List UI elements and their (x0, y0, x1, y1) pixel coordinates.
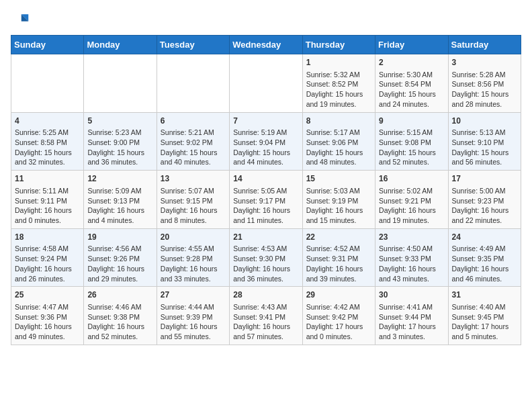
day-number: 29 (306, 289, 371, 301)
weekday-header-wednesday: Wednesday (230, 36, 302, 54)
day-info: Sunrise: 5:09 AM Sunset: 9:13 PM Dayligh… (87, 186, 152, 226)
day-number: 13 (161, 173, 226, 185)
day-number: 2 (379, 57, 444, 68)
weekday-header-saturday: Saturday (448, 36, 521, 54)
calendar-cell: 22Sunrise: 4:52 AM Sunset: 9:31 PM Dayli… (302, 228, 375, 287)
calendar-cell: 25Sunrise: 4:47 AM Sunset: 9:36 PM Dayli… (11, 287, 84, 345)
calendar-cell: 20Sunrise: 4:55 AM Sunset: 9:28 PM Dayli… (157, 228, 229, 287)
day-number: 14 (233, 173, 298, 185)
day-info: Sunrise: 4:44 AM Sunset: 9:39 PM Dayligh… (161, 302, 226, 342)
day-info: Sunrise: 5:23 AM Sunset: 9:00 PM Dayligh… (87, 128, 152, 167)
day-info: Sunrise: 5:30 AM Sunset: 8:54 PM Dayligh… (379, 70, 444, 109)
weekday-header-friday: Friday (375, 36, 448, 54)
calendar-cell: 27Sunrise: 4:44 AM Sunset: 9:39 PM Dayli… (157, 287, 229, 345)
day-number: 27 (161, 289, 226, 301)
day-info: Sunrise: 5:13 AM Sunset: 9:10 PM Dayligh… (452, 128, 517, 167)
calendar-cell (84, 54, 157, 113)
weekday-header-sunday: Sunday (11, 36, 84, 54)
day-number: 30 (379, 289, 444, 301)
calendar-cell: 19Sunrise: 4:56 AM Sunset: 9:26 PM Dayli… (84, 228, 157, 287)
calendar-cell (157, 54, 229, 113)
day-number: 18 (15, 232, 80, 243)
logo (11, 11, 32, 30)
calendar-cell: 9Sunrise: 5:15 AM Sunset: 9:08 PM Daylig… (375, 112, 448, 171)
day-info: Sunrise: 5:02 AM Sunset: 9:21 PM Dayligh… (379, 186, 444, 226)
calendar-cell: 26Sunrise: 4:46 AM Sunset: 9:38 PM Dayli… (84, 287, 157, 345)
logo-icon (11, 11, 30, 30)
day-number: 9 (379, 116, 444, 127)
header (11, 11, 521, 30)
week-row-4: 18Sunrise: 4:58 AM Sunset: 9:24 PM Dayli… (11, 228, 521, 287)
calendar-cell: 12Sunrise: 5:09 AM Sunset: 9:13 PM Dayli… (84, 171, 157, 229)
day-info: Sunrise: 5:19 AM Sunset: 9:04 PM Dayligh… (233, 128, 298, 167)
calendar-table: SundayMondayTuesdayWednesdayThursdayFrid… (11, 35, 521, 345)
calendar-cell: 31Sunrise: 4:40 AM Sunset: 9:45 PM Dayli… (448, 287, 521, 345)
day-number: 24 (452, 232, 517, 243)
week-row-5: 25Sunrise: 4:47 AM Sunset: 9:36 PM Dayli… (11, 287, 521, 345)
day-number: 5 (87, 116, 152, 127)
day-number: 26 (87, 289, 152, 301)
day-number: 20 (161, 232, 226, 243)
day-number: 10 (452, 116, 517, 127)
weekday-header-tuesday: Tuesday (157, 36, 229, 54)
weekday-header-monday: Monday (84, 36, 157, 54)
day-info: Sunrise: 4:53 AM Sunset: 9:30 PM Dayligh… (233, 244, 298, 283)
day-info: Sunrise: 5:17 AM Sunset: 9:06 PM Dayligh… (306, 128, 371, 167)
calendar-cell: 11Sunrise: 5:11 AM Sunset: 9:11 PM Dayli… (11, 171, 84, 229)
calendar-cell: 4Sunrise: 5:25 AM Sunset: 8:58 PM Daylig… (11, 112, 84, 171)
day-info: Sunrise: 4:42 AM Sunset: 9:42 PM Dayligh… (306, 302, 371, 342)
day-number: 25 (15, 289, 80, 301)
day-info: Sunrise: 5:00 AM Sunset: 9:23 PM Dayligh… (452, 186, 517, 226)
calendar-cell: 5Sunrise: 5:23 AM Sunset: 9:00 PM Daylig… (84, 112, 157, 171)
day-number: 19 (87, 232, 152, 243)
calendar-cell (230, 54, 302, 113)
day-info: Sunrise: 5:11 AM Sunset: 9:11 PM Dayligh… (15, 186, 80, 226)
day-number: 16 (379, 173, 444, 185)
calendar-cell: 29Sunrise: 4:42 AM Sunset: 9:42 PM Dayli… (302, 287, 375, 345)
day-info: Sunrise: 4:52 AM Sunset: 9:31 PM Dayligh… (306, 244, 371, 283)
week-row-1: 1Sunrise: 5:32 AM Sunset: 8:52 PM Daylig… (11, 54, 521, 113)
day-number: 23 (379, 232, 444, 243)
calendar-cell: 17Sunrise: 5:00 AM Sunset: 9:23 PM Dayli… (448, 171, 521, 229)
day-info: Sunrise: 4:40 AM Sunset: 9:45 PM Dayligh… (452, 302, 517, 342)
calendar-cell: 6Sunrise: 5:21 AM Sunset: 9:02 PM Daylig… (157, 112, 229, 171)
day-info: Sunrise: 4:47 AM Sunset: 9:36 PM Dayligh… (15, 302, 80, 342)
day-number: 15 (306, 173, 371, 185)
day-number: 4 (15, 116, 80, 127)
calendar-cell: 18Sunrise: 4:58 AM Sunset: 9:24 PM Dayli… (11, 228, 84, 287)
day-info: Sunrise: 4:50 AM Sunset: 9:33 PM Dayligh… (379, 244, 444, 283)
calendar-cell: 2Sunrise: 5:30 AM Sunset: 8:54 PM Daylig… (375, 54, 448, 113)
day-info: Sunrise: 5:25 AM Sunset: 8:58 PM Dayligh… (15, 128, 80, 167)
day-info: Sunrise: 5:03 AM Sunset: 9:19 PM Dayligh… (306, 186, 371, 226)
calendar-cell: 14Sunrise: 5:05 AM Sunset: 9:17 PM Dayli… (230, 171, 302, 229)
week-row-3: 11Sunrise: 5:11 AM Sunset: 9:11 PM Dayli… (11, 171, 521, 229)
calendar-cell: 10Sunrise: 5:13 AM Sunset: 9:10 PM Dayli… (448, 112, 521, 171)
calendar-cell: 13Sunrise: 5:07 AM Sunset: 9:15 PM Dayli… (157, 171, 229, 229)
calendar-cell: 23Sunrise: 4:50 AM Sunset: 9:33 PM Dayli… (375, 228, 448, 287)
day-number: 6 (161, 116, 226, 127)
day-info: Sunrise: 4:46 AM Sunset: 9:38 PM Dayligh… (87, 302, 152, 342)
calendar-cell: 30Sunrise: 4:41 AM Sunset: 9:44 PM Dayli… (375, 287, 448, 345)
day-number: 21 (233, 232, 298, 243)
day-number: 8 (306, 116, 371, 127)
day-info: Sunrise: 4:55 AM Sunset: 9:28 PM Dayligh… (161, 244, 226, 283)
calendar-cell (11, 54, 84, 113)
day-info: Sunrise: 5:28 AM Sunset: 8:56 PM Dayligh… (452, 70, 517, 109)
weekday-header-thursday: Thursday (302, 36, 375, 54)
calendar-cell: 16Sunrise: 5:02 AM Sunset: 9:21 PM Dayli… (375, 171, 448, 229)
day-info: Sunrise: 5:05 AM Sunset: 9:17 PM Dayligh… (233, 186, 298, 226)
calendar-cell: 1Sunrise: 5:32 AM Sunset: 8:52 PM Daylig… (302, 54, 375, 113)
day-info: Sunrise: 5:07 AM Sunset: 9:15 PM Dayligh… (161, 186, 226, 226)
day-info: Sunrise: 4:49 AM Sunset: 9:35 PM Dayligh… (452, 244, 517, 283)
day-number: 17 (452, 173, 517, 185)
calendar-cell: 3Sunrise: 5:28 AM Sunset: 8:56 PM Daylig… (448, 54, 521, 113)
day-number: 28 (233, 289, 298, 301)
day-number: 22 (306, 232, 371, 243)
week-row-2: 4Sunrise: 5:25 AM Sunset: 8:58 PM Daylig… (11, 112, 521, 171)
day-info: Sunrise: 4:58 AM Sunset: 9:24 PM Dayligh… (15, 244, 80, 283)
calendar-cell: 8Sunrise: 5:17 AM Sunset: 9:06 PM Daylig… (302, 112, 375, 171)
calendar-cell: 7Sunrise: 5:19 AM Sunset: 9:04 PM Daylig… (230, 112, 302, 171)
day-info: Sunrise: 4:43 AM Sunset: 9:41 PM Dayligh… (233, 302, 298, 342)
day-number: 1 (306, 57, 371, 68)
day-number: 31 (452, 289, 517, 301)
